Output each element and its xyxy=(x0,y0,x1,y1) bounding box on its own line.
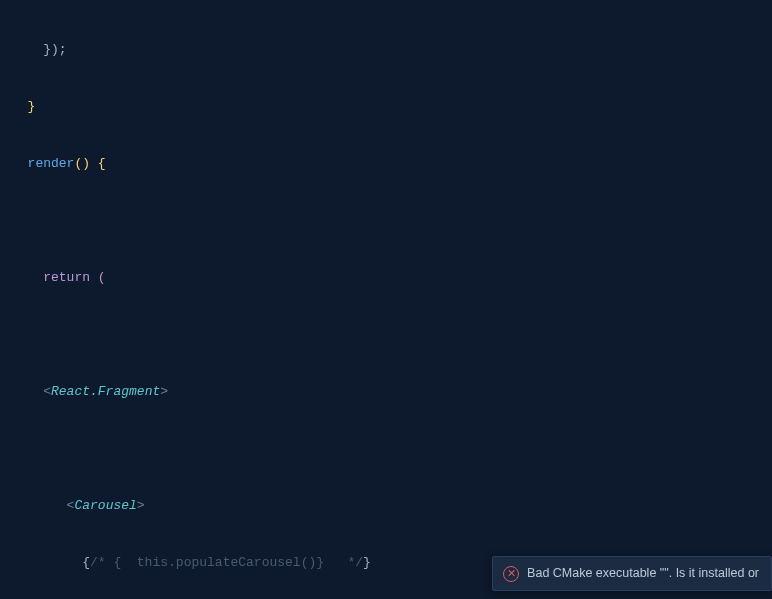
error-icon: ✕ xyxy=(503,566,519,582)
code-text: > xyxy=(137,498,145,513)
code-text: }); xyxy=(12,42,67,57)
code-text: { xyxy=(12,555,90,570)
error-notification[interactable]: ✕ Bad CMake executable "". Is it install… xyxy=(492,556,772,591)
code-text: < xyxy=(12,498,74,513)
code-text: } xyxy=(12,99,35,114)
code-line[interactable]: }); xyxy=(12,40,772,59)
code-line[interactable]: <React.Fragment> xyxy=(12,382,772,401)
code-text xyxy=(12,156,28,171)
code-line[interactable] xyxy=(12,325,772,344)
code-line[interactable]: <Carousel> xyxy=(12,496,772,515)
code-text: () { xyxy=(74,156,105,171)
code-text: render xyxy=(28,156,75,171)
code-editor[interactable]: }); } render() { return ( <React.Fragmen… xyxy=(0,0,772,599)
code-text: /* { this.populateCarousel()} */ xyxy=(90,555,363,570)
code-text: ( xyxy=(90,270,106,285)
code-text: React.Fragment xyxy=(51,384,160,399)
code-text: > xyxy=(160,384,168,399)
code-text xyxy=(12,270,43,285)
code-line[interactable]: render() { xyxy=(12,154,772,173)
code-text: return xyxy=(43,270,90,285)
code-text: } xyxy=(363,555,371,570)
error-message: Bad CMake executable "". Is it installed… xyxy=(527,564,759,583)
code-line[interactable] xyxy=(12,439,772,458)
code-line[interactable]: } xyxy=(12,97,772,116)
code-text: Carousel xyxy=(74,498,136,513)
code-text: < xyxy=(12,384,51,399)
code-line[interactable]: return ( xyxy=(12,268,772,287)
code-line[interactable] xyxy=(12,211,772,230)
icon-glyph: ✕ xyxy=(507,568,516,579)
